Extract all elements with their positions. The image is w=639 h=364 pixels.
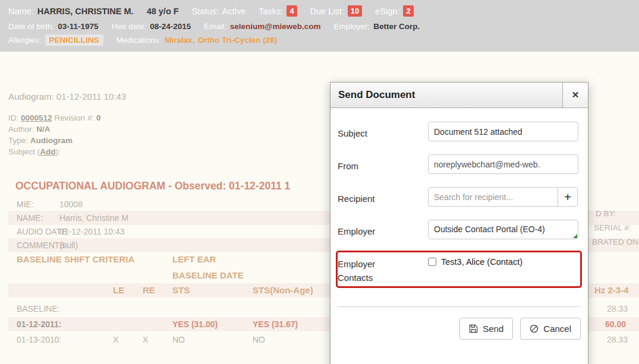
esign-badge[interactable]: 2 (403, 5, 413, 17)
type-value: Audiogram (30, 136, 73, 145)
subject-field-row: Subject (338, 122, 581, 141)
info-value: 01-12-2011 10:43 (59, 224, 125, 239)
medications-label: Medications: (117, 36, 162, 45)
send-button-label: Send (483, 324, 503, 334)
document-id-link[interactable]: 0000512 (21, 113, 52, 122)
audiogram-heading: OCCUPATIONAL AUDIOGRAM - Observed: 01-12… (15, 180, 290, 192)
cancel-button-label: Cancel (543, 324, 571, 334)
patient-banner: Name: HARRIS, CHRISTINE M. 48 y/o F Stat… (0, 0, 639, 52)
patient-banner-line3: Allergies: PENICILLINS Medications: Mira… (8, 34, 631, 46)
from-input[interactable] (428, 154, 578, 174)
baseline-criteria-heading: BASELINE SHIFT CRITERIA (17, 254, 134, 264)
cancel-button[interactable]: Cancel (520, 318, 581, 340)
allergy-chip[interactable]: PENICILLINS (45, 34, 103, 46)
recipient-search-input[interactable] (428, 187, 558, 207)
author-value: N/A (36, 125, 50, 134)
send-button[interactable]: Send (459, 318, 513, 340)
subject-input[interactable] (428, 122, 578, 141)
document-author-line: Author: N/A (8, 125, 51, 134)
left-ear-heading: LEFT EAR (172, 254, 216, 264)
modal-title: Send Document (330, 83, 562, 107)
right-column-fragment: BRATED ON (592, 238, 638, 246)
patient-name-group: Name: HARRIS, CHRISTINE M. (8, 7, 134, 16)
dob-value: 03-11-1975 (58, 22, 98, 31)
patient-banner-line1: Name: HARRIS, CHRISTINE M. 48 y/o F Stat… (8, 5, 631, 17)
type-label: Type: (8, 136, 28, 145)
row-sts-nonage: YES (31.67) (253, 317, 298, 331)
row-date: BASELINE: (17, 302, 59, 316)
allergies-group: Allergies: PENICILLINS (8, 34, 103, 46)
medication-link[interactable]: Ortho Tri-Cyclen (28) (198, 36, 278, 45)
row-sts-nonage: NO (253, 333, 265, 347)
revision-label: Revision #: (54, 113, 94, 122)
contact-checkbox[interactable] (428, 258, 436, 266)
baseline-date-heading: BASELINE DATE (172, 270, 244, 280)
patient-banner-line2: Date of birth: 03-11-1975 Hire date: 08-… (8, 22, 631, 31)
employer-value: Better Corp. (373, 22, 420, 31)
esign-group: eSign: 2 (375, 5, 413, 17)
save-icon (469, 324, 478, 333)
employer-contacts-row: Employer Contacts Test3, Alice (Contact) (338, 252, 581, 285)
row-value: 28.33 (607, 302, 628, 316)
employer-field-control: Outside Contact Portal (EO-4) (428, 220, 578, 239)
email-link[interactable]: selenium@mieweb.com (230, 22, 321, 31)
tasks-group: Tasks: 4 (259, 5, 297, 17)
right-column-fragment: D BY: (596, 209, 616, 218)
employer-field-row: Employer Outside Contact Portal (EO-4) (338, 220, 581, 239)
name-value: HARRIS, CHRISTINE M. (37, 7, 134, 16)
send-document-modal: Send Document ✕ Subject From Recipient +… (330, 82, 588, 364)
col-hz: Hz 2-3-4 (594, 283, 629, 297)
info-value: (null) (59, 238, 78, 252)
due-list-badge[interactable]: 10 (348, 5, 362, 17)
document-id-line: ID: 0000512 Revision #: 0 (8, 113, 100, 122)
medications-group: Medications: Miralax, Ortho Tri-Cyclen (… (117, 36, 281, 45)
subject-suffix: ): (56, 147, 61, 156)
employer-contacts-label: Employer Contacts (338, 252, 386, 285)
name-label: Name: (8, 7, 34, 16)
row-date: 01-12-2011: (17, 317, 62, 331)
row-value: 60.00 (605, 317, 626, 331)
subject-add-link[interactable]: Add (40, 147, 55, 156)
hire-date-label: Hire date: (112, 22, 147, 31)
close-icon[interactable]: ✕ (562, 83, 588, 107)
status-value: Active (222, 7, 246, 16)
col-le: LE (113, 283, 124, 297)
modal-body: Subject From Recipient + Employer Outsid… (330, 108, 588, 340)
employer-label: Employer: (333, 22, 370, 31)
status-label: Status: (192, 7, 219, 16)
row-le: X (113, 333, 118, 347)
employer-select[interactable]: Outside Contact Portal (EO-4) (428, 220, 578, 239)
row-sts: NO (172, 333, 185, 347)
author-label: Author: (8, 125, 34, 134)
col-sts-nonage: STS(Non-Age) (253, 283, 313, 297)
employer-select-value: Outside Contact Portal (EO-4) (434, 224, 545, 234)
hire-date-group: Hire date: 08-24-2015 (112, 22, 191, 31)
hire-date-value: 08-24-2015 (150, 22, 191, 31)
plus-icon: + (564, 191, 571, 204)
col-sts: STS (172, 283, 190, 297)
row-value: 28.33 (607, 333, 628, 347)
dob-group: Date of birth: 03-11-1975 (8, 22, 99, 31)
from-field-label: From (338, 154, 428, 174)
medication-link[interactable]: Miralax, (165, 36, 194, 45)
id-label: ID: (8, 113, 18, 122)
cancel-icon (530, 324, 539, 333)
row-re: X (143, 333, 148, 347)
tasks-badge[interactable]: 4 (287, 5, 297, 17)
email-label: Email: (204, 22, 226, 31)
from-field-control (428, 154, 578, 174)
document-type-line: Type: Audiogram (8, 136, 73, 145)
contact-option[interactable]: Test3, Alice (Contact) (428, 252, 522, 267)
allergies-label: Allergies: (8, 36, 42, 45)
right-column-fragment: SERIAL #: (594, 223, 631, 232)
from-field-row: From (338, 154, 581, 174)
employer-field-label: Employer (338, 220, 428, 239)
age-sex-value: 48 y/o F (147, 7, 179, 16)
row-sts: YES (31.00) (172, 317, 218, 331)
dob-label: Date of birth: (8, 22, 54, 31)
subject-prefix: Subject ( (8, 147, 40, 156)
row-date: 01-13-2010: (17, 333, 62, 347)
modal-actions: Send Cancel (338, 307, 581, 340)
add-recipient-button[interactable]: + (558, 187, 578, 207)
subject-field-label: Subject (338, 122, 428, 141)
